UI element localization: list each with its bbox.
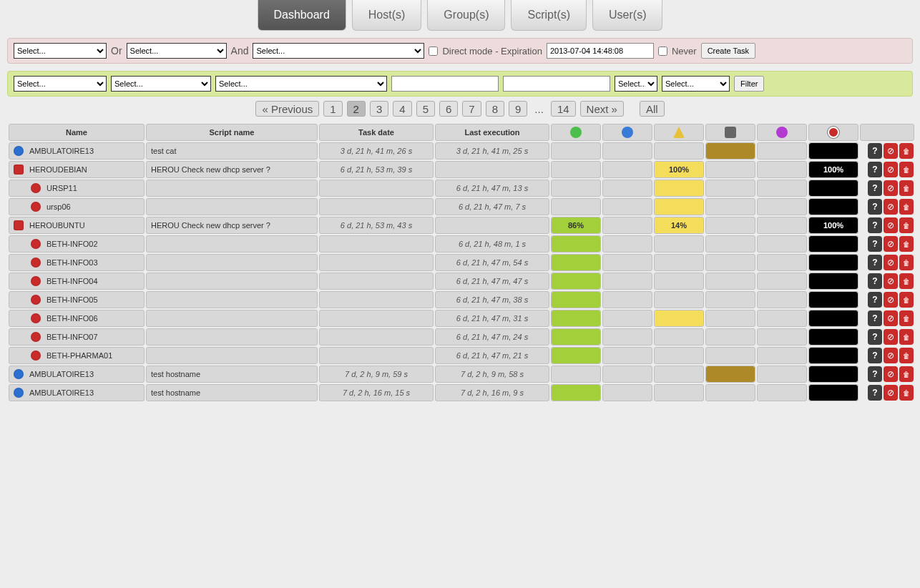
info-button[interactable] <box>868 292 882 308</box>
info-button[interactable] <box>868 255 882 270</box>
col-header[interactable]: Name <box>9 124 145 141</box>
status-col-icon[interactable] <box>654 124 704 141</box>
name-cell[interactable]: AMBULATOIRE13 <box>9 142 145 160</box>
status-col-icon[interactable] <box>551 124 601 141</box>
edit-button[interactable] <box>884 236 898 252</box>
info-button[interactable] <box>868 162 882 177</box>
delete-button[interactable] <box>899 236 914 252</box>
delete-button[interactable] <box>899 217 914 233</box>
edit-button[interactable] <box>884 162 898 177</box>
name-cell[interactable]: HEROUBUNTU <box>9 217 145 234</box>
pager-page-7[interactable]: 7 <box>462 101 481 117</box>
pager-page-4[interactable]: 4 <box>393 101 411 117</box>
filter-select-2[interactable]: Select... <box>111 76 211 92</box>
name-cell[interactable]: BETH-PHARMA01 <box>9 347 145 364</box>
filter-text-1[interactable] <box>391 76 499 92</box>
name-cell[interactable]: BETH-INFO05 <box>9 291 145 308</box>
status-col-icon[interactable] <box>808 124 858 141</box>
pager-page-14[interactable]: 14 <box>551 101 576 117</box>
info-button[interactable] <box>868 180 882 196</box>
info-button[interactable] <box>868 329 882 345</box>
name-cell[interactable]: BETH-INFO02 <box>9 235 145 253</box>
info-button[interactable] <box>868 143 882 159</box>
edit-button[interactable] <box>884 180 898 196</box>
delete-button[interactable] <box>899 329 914 345</box>
select-1[interactable]: Select... <box>14 43 107 59</box>
delete-button[interactable] <box>899 366 914 382</box>
pager-page-6[interactable]: 6 <box>439 101 458 117</box>
never-checkbox[interactable] <box>658 46 667 56</box>
status-col-icon[interactable] <box>757 124 807 141</box>
name-cell[interactable]: ursp06 <box>9 198 145 215</box>
delete-button[interactable] <box>899 292 914 308</box>
edit-button[interactable] <box>884 255 898 270</box>
direct-mode-checkbox[interactable] <box>429 46 438 56</box>
tab-groups[interactable]: Group(s) <box>427 0 505 31</box>
pager-page-1[interactable]: 1 <box>323 101 342 117</box>
delete-button[interactable] <box>899 310 914 326</box>
name-cell[interactable]: AMBULATOIRE13 <box>9 366 145 383</box>
delete-button[interactable] <box>899 180 914 196</box>
status-cell <box>551 254 601 271</box>
info-button[interactable] <box>868 236 882 252</box>
select-3[interactable]: Select... <box>253 43 424 59</box>
name-cell[interactable]: BETH-INFO04 <box>9 273 145 290</box>
edit-button[interactable] <box>884 292 898 308</box>
create-task-button[interactable]: Create Task <box>701 43 756 59</box>
pager-prev[interactable]: « Previous <box>255 101 319 117</box>
status-col-icon[interactable] <box>705 124 755 141</box>
tab-hosts[interactable]: Host(s) <box>352 0 422 31</box>
name-cell[interactable]: BETH-INFO07 <box>9 328 145 346</box>
pager-all[interactable]: All <box>640 101 665 117</box>
col-header[interactable]: Last execution <box>435 124 549 141</box>
pager-page-5[interactable]: 5 <box>416 101 435 117</box>
tab-users[interactable]: User(s) <box>592 0 662 31</box>
filter-button[interactable]: Filter <box>734 76 764 92</box>
name-cell[interactable]: BETH-INFO03 <box>9 254 145 271</box>
status-col-icon[interactable] <box>602 124 652 141</box>
col-header[interactable]: Script name <box>146 124 318 141</box>
info-button[interactable] <box>868 348 882 363</box>
tab-scripts[interactable]: Script(s) <box>511 0 587 31</box>
name-cell[interactable]: AMBULATOIRE13 <box>9 384 145 401</box>
name-cell[interactable]: BETH-INFO06 <box>9 310 145 327</box>
pager-page-2[interactable]: 2 <box>347 101 366 117</box>
info-button[interactable] <box>868 366 882 382</box>
filter-select-5[interactable]: Select... <box>662 76 730 92</box>
edit-button[interactable] <box>884 385 898 401</box>
info-button[interactable] <box>868 385 882 401</box>
delete-button[interactable] <box>899 255 914 270</box>
select-2[interactable]: Select... <box>127 43 227 59</box>
delete-button[interactable] <box>899 162 914 177</box>
filter-select-1[interactable]: Select... <box>14 76 107 92</box>
info-button[interactable] <box>868 217 882 233</box>
info-button[interactable] <box>868 199 882 215</box>
filter-text-2[interactable] <box>503 76 610 92</box>
pager-page-3[interactable]: 3 <box>370 101 388 117</box>
edit-button[interactable] <box>884 273 898 289</box>
expiration-input[interactable] <box>547 43 654 59</box>
pager-next[interactable]: Next » <box>580 101 624 117</box>
edit-button[interactable] <box>884 310 898 326</box>
delete-button[interactable] <box>899 199 914 215</box>
edit-button[interactable] <box>884 199 898 215</box>
edit-button[interactable] <box>884 143 898 159</box>
edit-button[interactable] <box>884 366 898 382</box>
edit-button[interactable] <box>884 348 898 363</box>
filter-select-4[interactable]: Select... <box>615 76 657 92</box>
delete-button[interactable] <box>899 273 914 289</box>
delete-button[interactable] <box>899 348 914 363</box>
info-button[interactable] <box>868 310 882 326</box>
tab-dashboard[interactable]: Dashboard <box>258 0 346 31</box>
edit-button[interactable] <box>884 329 898 345</box>
filter-select-3[interactable]: Select... <box>215 76 387 92</box>
name-cell[interactable]: HEROUDEBIAN <box>9 161 145 178</box>
info-button[interactable] <box>868 273 882 289</box>
pager-page-9[interactable]: 9 <box>509 101 527 117</box>
name-cell[interactable]: URSP11 <box>9 180 145 197</box>
edit-button[interactable] <box>884 217 898 233</box>
pager-page-8[interactable]: 8 <box>486 101 504 117</box>
delete-button[interactable] <box>899 385 914 401</box>
delete-button[interactable] <box>899 143 914 159</box>
col-header[interactable]: Task date <box>319 124 434 141</box>
